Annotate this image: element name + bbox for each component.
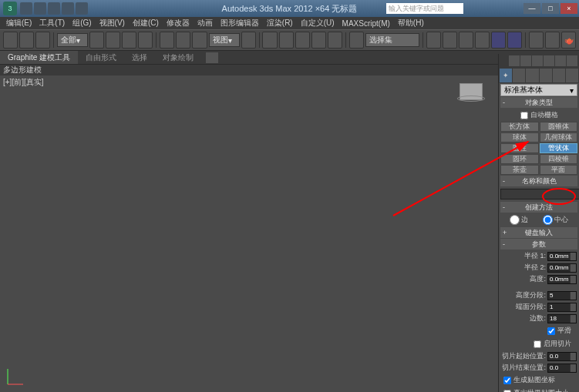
- plane-button[interactable]: 平面: [540, 165, 578, 175]
- modify-tab-icon[interactable]: [513, 69, 525, 82]
- cylinder-button[interactable]: 圆柱: [500, 143, 539, 153]
- viewcube[interactable]: [459, 83, 483, 100]
- named-selection-dropdown[interactable]: 选择集: [365, 33, 419, 47]
- radius1-spinner[interactable]: 0.0mm: [547, 252, 577, 261]
- menu-customize[interactable]: 自定义(U): [298, 18, 338, 28]
- slice-to-spinner[interactable]: 0.0: [547, 364, 577, 373]
- layers-icon[interactable]: [459, 32, 473, 49]
- spinner-snap-icon[interactable]: [328, 32, 342, 49]
- pivot-center-icon[interactable]: [241, 32, 256, 49]
- bind-spacewarp-icon[interactable]: [35, 32, 50, 49]
- auto-grid-checkbox[interactable]: [520, 112, 528, 119]
- rollout-object-type[interactable]: -对象类型: [500, 97, 577, 108]
- menu-edit[interactable]: 编辑(E): [3, 18, 35, 28]
- cone-button[interactable]: 圆锥体: [540, 122, 578, 132]
- rollout-keyboard[interactable]: +键盘输入: [500, 227, 577, 238]
- angle-snap-icon[interactable]: [295, 32, 310, 49]
- move-icon[interactable]: [160, 32, 174, 49]
- window-crossing-icon[interactable]: [138, 32, 153, 49]
- utilities-tab-icon[interactable]: [566, 69, 578, 82]
- gen-uv-checkbox[interactable]: [503, 377, 511, 384]
- cap-segs-spinner[interactable]: 1: [547, 303, 577, 312]
- center-radio[interactable]: 中心: [543, 215, 568, 225]
- qat-redo-icon[interactable]: [76, 2, 88, 15]
- category-dropdown[interactable]: 标准基本体▾: [500, 84, 577, 96]
- material-editor-icon[interactable]: [507, 32, 522, 49]
- minimize-button[interactable]: —: [523, 3, 540, 14]
- menu-rendering[interactable]: 渲染(R): [264, 18, 296, 28]
- menu-maxscript[interactable]: MAXScript(M): [339, 19, 393, 28]
- ribbon-expand-icon[interactable]: [206, 52, 218, 63]
- object-name-input[interactable]: [500, 189, 579, 199]
- cp-util-icon-4[interactable]: [544, 55, 554, 66]
- menu-graph-editors[interactable]: 图形编辑器: [217, 18, 262, 28]
- menu-group[interactable]: 组(G): [69, 18, 94, 28]
- snap-toggle-icon[interactable]: [279, 32, 294, 49]
- create-tab-icon[interactable]: ✦: [500, 69, 512, 82]
- link-icon[interactable]: [3, 32, 18, 49]
- ref-coord-dropdown[interactable]: 视图 ▾: [209, 33, 240, 47]
- select-name-icon[interactable]: [106, 32, 120, 49]
- render-frame-icon[interactable]: [545, 32, 560, 49]
- ribbon-tab-freeform[interactable]: 自由形式: [78, 51, 124, 64]
- manipulate-icon[interactable]: [262, 32, 277, 49]
- ribbon-tab-paint[interactable]: 对象绘制: [155, 51, 201, 64]
- mirror-icon[interactable]: [426, 32, 441, 49]
- menu-tools[interactable]: 工具(T): [36, 18, 68, 28]
- menu-help[interactable]: 帮助(H): [395, 18, 427, 28]
- edge-radio[interactable]: 边: [510, 215, 528, 225]
- render-setup-icon[interactable]: [529, 32, 544, 49]
- tube-button[interactable]: 管状体: [540, 143, 578, 153]
- maximize-button[interactable]: □: [542, 3, 559, 14]
- hierarchy-tab-icon[interactable]: [526, 69, 538, 82]
- sphere-button[interactable]: 球体: [500, 132, 539, 142]
- qat-open-icon[interactable]: [34, 2, 46, 15]
- viewport-label[interactable]: [+][前][真实]: [3, 77, 44, 88]
- schematic-view-icon[interactable]: [491, 32, 506, 49]
- viewport[interactable]: [+][前][真实]: [0, 75, 498, 392]
- real-world-checkbox[interactable]: [503, 390, 511, 393]
- qat-new-icon[interactable]: [20, 2, 32, 15]
- slice-on-checkbox[interactable]: [534, 340, 541, 348]
- unlink-icon[interactable]: [19, 32, 34, 49]
- menu-create[interactable]: 创建(C): [130, 18, 162, 28]
- close-button[interactable]: ×: [560, 3, 577, 14]
- motion-tab-icon[interactable]: [540, 69, 552, 82]
- height-spinner[interactable]: 0.0mm: [547, 275, 577, 284]
- help-search-input[interactable]: 输入关键字或问题: [386, 3, 463, 14]
- ribbon-tab-graphite[interactable]: Graphite 建模工具: [0, 51, 78, 64]
- named-sets-icon[interactable]: [349, 32, 364, 49]
- cp-util-icon-2[interactable]: [520, 55, 531, 66]
- cp-util-icon-1[interactable]: [509, 55, 520, 66]
- select-region-icon[interactable]: [122, 32, 136, 49]
- height-segs-spinner[interactable]: 5: [547, 291, 577, 300]
- qat-save-icon[interactable]: [48, 2, 60, 15]
- display-tab-icon[interactable]: [553, 69, 565, 82]
- curve-editor-icon[interactable]: [475, 32, 490, 49]
- rotate-icon[interactable]: [176, 32, 190, 49]
- qat-undo-icon[interactable]: [62, 2, 74, 15]
- rollout-name-color[interactable]: -名称和颜色: [500, 176, 577, 186]
- cp-util-icon-6[interactable]: [567, 55, 577, 66]
- geosphere-button[interactable]: 几何球体: [540, 132, 578, 142]
- percent-snap-icon[interactable]: [311, 32, 326, 49]
- pyramid-button[interactable]: 四棱锥: [540, 154, 578, 164]
- box-button[interactable]: 长方体: [500, 122, 539, 132]
- render-icon[interactable]: 🫖: [561, 32, 576, 49]
- ribbon-tab-selection[interactable]: 选择: [124, 51, 155, 64]
- sides-spinner[interactable]: 18: [547, 314, 577, 323]
- menu-modifiers[interactable]: 修改器: [163, 18, 193, 28]
- select-object-icon[interactable]: [89, 32, 104, 49]
- menu-animation[interactable]: 动画: [194, 18, 216, 28]
- slice-from-spinner[interactable]: 0.0: [547, 352, 577, 361]
- scale-icon[interactable]: [192, 32, 207, 49]
- rollout-parameters[interactable]: -参数: [500, 239, 577, 250]
- cp-util-icon-5[interactable]: [555, 55, 566, 66]
- selection-filter-dropdown[interactable]: 全部 ▾: [57, 33, 88, 47]
- align-icon[interactable]: [443, 32, 457, 49]
- teapot-button[interactable]: 茶壶: [500, 165, 539, 175]
- cp-util-icon-3[interactable]: [532, 55, 543, 66]
- radius2-spinner[interactable]: 0.0mm: [547, 263, 577, 273]
- rollout-creation-method[interactable]: -创建方法: [500, 202, 577, 213]
- app-menu-icon[interactable]: 3: [3, 2, 17, 15]
